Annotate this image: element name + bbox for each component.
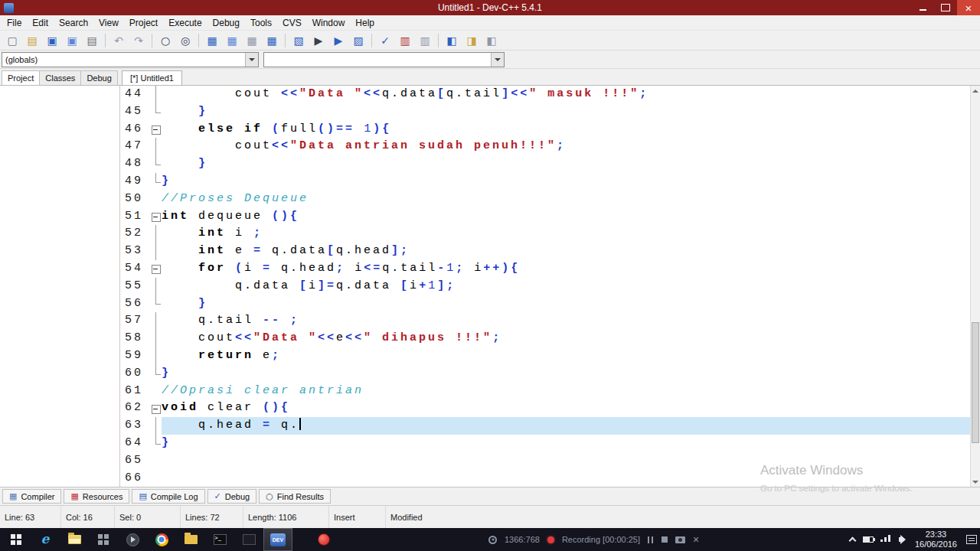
add-to-project-button[interactable]: ▦	[222, 32, 242, 49]
devcpp-taskbar-button[interactable]: DEV	[263, 528, 292, 551]
code-line-45[interactable]: 45 }	[120, 103, 970, 121]
remove-from-project-button[interactable]: ▦	[242, 32, 262, 49]
code-editor[interactable]: 44 cout <<"Data "<<q.data[q.tail]<<" mas…	[120, 86, 970, 487]
code-line-60[interactable]: 60}	[120, 365, 970, 383]
members-dropdown[interactable]	[263, 52, 505, 67]
minimize-button[interactable]	[911, 0, 934, 15]
panel-tab-compile-log[interactable]: ▤Compile Log	[132, 489, 204, 504]
code-line-55[interactable]: 55 q.data [i]=q.data [i+1];	[120, 278, 970, 295]
code-line-52[interactable]: 52 int i ;	[120, 225, 970, 243]
tray-expand-icon[interactable]	[848, 537, 856, 545]
close-recorder-icon[interactable]	[693, 534, 699, 545]
panel-tab-resources[interactable]: ▦Resources	[64, 489, 129, 504]
open-file-button[interactable]: ▤	[22, 32, 42, 49]
panel-tab-debug[interactable]: ✓Debug	[207, 489, 257, 504]
save-all-button[interactable]: ▣	[62, 32, 82, 49]
scrollbar-track[interactable]	[971, 96, 980, 477]
code-line-49[interactable]: 49}	[120, 173, 970, 191]
code-line-63[interactable]: 63 q.head = q.	[120, 417, 970, 435]
taskbar-clock[interactable]: 23:33 16/06/2016	[915, 530, 957, 549]
fold-toggle-icon[interactable]	[151, 260, 162, 278]
close-button[interactable]	[957, 0, 980, 15]
new-file-button[interactable]: ▢	[2, 32, 22, 49]
code-line-51[interactable]: 51int dequeue (){	[120, 208, 970, 226]
panel-tab-find-results[interactable]: ○Find Results	[259, 489, 331, 504]
code-line-54[interactable]: 54 for (i = q.head; i<=q.tail-1; i++){	[120, 260, 970, 278]
menu-item-view[interactable]: View	[93, 15, 124, 30]
undo-button[interactable]: ↶	[109, 32, 129, 49]
fold-toggle-icon[interactable]	[151, 121, 162, 139]
scrollbar-thumb[interactable]	[972, 322, 979, 443]
editor-tab-untitled1[interactable]: [*] Untitled1	[122, 70, 182, 85]
print-button[interactable]: ▤	[82, 32, 102, 49]
menu-item-tools[interactable]: Tools	[245, 15, 277, 30]
volume-icon[interactable]	[899, 537, 902, 542]
save-button[interactable]: ▣	[42, 32, 62, 49]
cmd-taskbar-button[interactable]	[205, 528, 234, 551]
menu-item-execute[interactable]: Execute	[163, 15, 207, 30]
menu-item-cvs[interactable]: CVS	[277, 15, 307, 30]
syntax-check-button[interactable]: ✓	[375, 32, 395, 49]
network-icon[interactable]	[884, 537, 887, 542]
code-line-53[interactable]: 53 int e = q.data[q.head];	[120, 243, 970, 260]
code-line-61[interactable]: 61//Oprasi clear antrian	[120, 383, 970, 400]
folder-taskbar-button[interactable]	[176, 528, 205, 551]
media-taskbar-button[interactable]	[118, 528, 147, 551]
battery-icon[interactable]	[863, 536, 874, 543]
scroll-down-icon[interactable]	[971, 477, 980, 487]
code-line-47[interactable]: 47 cout<<"Data antrian sudah penuh!!!";	[120, 138, 970, 155]
menu-item-project[interactable]: Project	[124, 15, 163, 30]
panel-tab-debug[interactable]: Debug	[80, 70, 117, 85]
code-line-64[interactable]: 64}	[120, 435, 970, 452]
menu-item-window[interactable]: Window	[307, 15, 351, 30]
project-options-button[interactable]: ▦	[262, 32, 282, 49]
compile-and-run-button[interactable]: ▶	[328, 32, 348, 49]
globals-dropdown[interactable]: (globals)	[2, 52, 259, 67]
dropdown-arrow-icon[interactable]	[491, 53, 504, 67]
scroll-up-icon[interactable]	[971, 86, 980, 96]
panel-tab-compiler[interactable]: ▦Compiler	[2, 489, 61, 504]
code-line-56[interactable]: 56 }	[120, 295, 970, 313]
menu-item-debug[interactable]: Debug	[207, 15, 245, 30]
pause-icon[interactable]	[648, 536, 654, 543]
maximize-button[interactable]	[934, 0, 957, 15]
new-project-button[interactable]: ▦	[202, 32, 222, 49]
code-line-46[interactable]: 46 else if (full()== 1){	[120, 121, 970, 139]
redo-button[interactable]: ↷	[129, 32, 149, 49]
goto-bookmark-button[interactable]: ◧	[482, 32, 501, 49]
vertical-scrollbar[interactable]	[970, 86, 980, 487]
fold-toggle-icon[interactable]	[151, 208, 162, 226]
menu-item-file[interactable]: File	[2, 15, 27, 30]
stop-icon[interactable]	[662, 536, 668, 543]
chrome-taskbar-button[interactable]	[147, 528, 176, 551]
console-taskbar-button[interactable]	[234, 528, 263, 551]
code-line-58[interactable]: 58 cout<<"Data "<<e<<" dihapus !!!";	[120, 330, 970, 347]
code-line-65[interactable]: 65	[120, 452, 970, 470]
menu-item-help[interactable]: Help	[350, 15, 380, 30]
run-button[interactable]: ▶	[309, 32, 328, 49]
code-line-57[interactable]: 57 q.tail -- ;	[120, 312, 970, 330]
fold-toggle-icon[interactable]	[151, 399, 162, 417]
rebuild-all-button[interactable]: ▨	[348, 32, 368, 49]
tiles-taskbar-button[interactable]	[89, 528, 118, 551]
recorder-taskbar-button[interactable]	[309, 528, 338, 551]
menu-item-edit[interactable]: Edit	[27, 15, 54, 30]
notification-icon[interactable]	[966, 535, 977, 544]
ie-taskbar-button[interactable]	[31, 528, 60, 551]
profiling-log-button[interactable]: ▥	[415, 32, 435, 49]
code-line-59[interactable]: 59 return e;	[120, 347, 970, 365]
panel-tab-project[interactable]: Project	[2, 70, 40, 85]
profile-button[interactable]: ▥	[395, 32, 415, 49]
find-button[interactable]: ○	[155, 32, 175, 49]
code-line-48[interactable]: 48 }	[120, 155, 970, 173]
replace-button[interactable]: ◎	[175, 32, 195, 49]
dropdown-arrow-icon[interactable]	[245, 53, 258, 67]
explorer-taskbar-button[interactable]	[60, 528, 89, 551]
code-line-66[interactable]: 66	[120, 470, 970, 487]
toggle-bookmark-button[interactable]: ◨	[462, 32, 482, 49]
compile-button[interactable]: ▧	[289, 32, 309, 49]
code-line-50[interactable]: 50//Proses Dequeue	[120, 191, 970, 208]
camera-icon[interactable]	[675, 536, 685, 543]
panel-tab-classes[interactable]: Classes	[39, 70, 81, 85]
insert-button[interactable]: ◧	[442, 32, 462, 49]
